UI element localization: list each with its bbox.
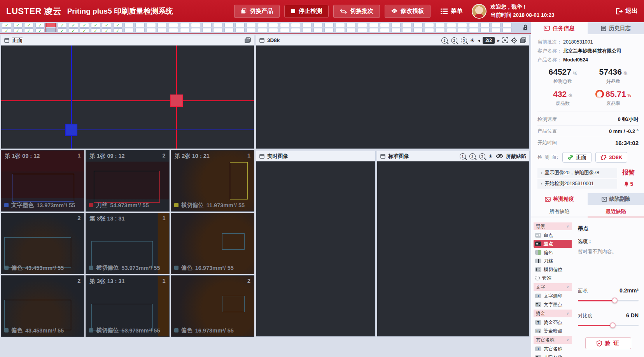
sheet-checkbox[interactable] — [469, 23, 478, 27]
sheet-checkbox[interactable]: ✓ — [102, 23, 111, 28]
sheet-checkbox[interactable] — [413, 28, 423, 32]
defect-item[interactable]: 偏色 — [534, 248, 572, 256]
filmstrip-cell[interactable] — [302, 23, 312, 32]
filmstrip-cell[interactable] — [247, 23, 256, 32]
sheet-checkbox[interactable]: ✓ — [113, 23, 122, 28]
sheet-checkbox[interactable] — [169, 23, 178, 27]
tab-all-defects[interactable]: 所有缺陷 — [531, 206, 588, 217]
sheet-checkbox[interactable] — [247, 28, 256, 32]
sheet-checkbox[interactable] — [346, 28, 356, 32]
defect-thumbnail[interactable]: 2偏色43.453mm²/ 55 — [1, 213, 84, 274]
edit-template-button[interactable]: 修改模板 — [385, 5, 430, 18]
menu-button[interactable]: 菜单 — [441, 7, 462, 15]
defect-group-header[interactable]: 其它名称∨ — [534, 336, 572, 344]
sheet-checkbox[interactable]: ✓ — [58, 28, 67, 32]
sheet-checkbox[interactable] — [313, 23, 323, 27]
user-avatar[interactable] — [472, 4, 486, 19]
filmstrip-cell[interactable] — [458, 23, 467, 32]
sheet-checkbox[interactable] — [336, 28, 345, 32]
sheet-checkbox[interactable] — [158, 28, 167, 32]
sheet-checkbox[interactable] — [302, 23, 312, 27]
sheet-checkbox[interactable] — [436, 28, 445, 32]
defect-item[interactable]: 其它名称 — [534, 354, 572, 357]
verify-button[interactable]: 验 证 — [585, 337, 631, 349]
face-3d8k-button[interactable]: 3D8K — [595, 152, 628, 163]
front-inspection-image[interactable] — [1, 46, 254, 149]
filmstrip-cell[interactable] — [369, 23, 378, 32]
filmstrip-cell[interactable] — [169, 23, 178, 32]
brightness-icon[interactable]: ☀ — [488, 153, 493, 160]
live-image-area[interactable] — [256, 161, 375, 336]
sheet-checkbox[interactable] — [202, 23, 212, 27]
defect-item[interactable]: 模切偏位 — [534, 266, 572, 273]
sheet-checkbox[interactable] — [391, 28, 401, 32]
sheet-checkbox[interactable] — [402, 23, 411, 27]
defect-thumbnail[interactable]: 第 2张 10 : 211横切偏位11.973mm²/ 55 — [171, 150, 254, 212]
sheet-checkbox[interactable]: ✓ — [35, 28, 45, 32]
sheet-checkbox[interactable] — [202, 28, 212, 32]
layers-icon[interactable] — [520, 37, 526, 43]
sheet-checkbox[interactable] — [180, 23, 189, 27]
defect-thumbnail[interactable]: 2偏色43.453mm²/ 55 — [1, 275, 84, 337]
sheet-checkbox[interactable] — [380, 23, 389, 27]
filmstrip-cell[interactable] — [280, 23, 289, 32]
defect-thumbnail[interactable]: 第 1张 09 : 121文字墨色13.973mm²/ 55 — [1, 150, 84, 212]
filmstrip-cell[interactable] — [502, 23, 512, 32]
sheet-checkbox[interactable] — [46, 28, 56, 32]
sheet-checkbox[interactable] — [147, 28, 156, 32]
filmstrip-cell[interactable] — [324, 23, 334, 32]
stop-detection-button[interactable]: 停止检测 — [284, 5, 329, 18]
defect-thumbnail[interactable]: 2偏色16.973mm²/ 55 — [171, 275, 254, 337]
sheet-checkbox[interactable] — [213, 23, 222, 27]
sheet-checkbox[interactable] — [358, 23, 367, 27]
filmstrip-cell[interactable] — [358, 23, 367, 32]
sheet-checkbox[interactable] — [158, 23, 167, 27]
contrast-slider-thumb[interactable] — [610, 322, 616, 328]
sheet-checkbox[interactable] — [425, 23, 434, 27]
sheet-checkbox[interactable] — [391, 23, 401, 27]
sheet-checkbox[interactable] — [502, 28, 512, 32]
tab-recent-defects[interactable]: 最近缺陷 — [588, 206, 644, 217]
filmstrip-cell[interactable]: ✓✓ — [2, 23, 11, 32]
switch-product-button[interactable]: 切换产品 — [234, 5, 280, 18]
sheet-checkbox[interactable] — [447, 23, 456, 27]
sheet-checkbox[interactable]: ✓ — [69, 28, 78, 32]
sheet-checkbox[interactable]: ✓ — [2, 23, 11, 28]
filmstrip-cell[interactable] — [224, 23, 234, 32]
sheet-checkbox[interactable] — [258, 28, 267, 32]
sheet-checkbox[interactable] — [302, 28, 312, 32]
switch-batch-button[interactable]: 切换批次 — [333, 5, 380, 18]
sheet-checkbox[interactable] — [280, 23, 289, 27]
sheet-checkbox[interactable] — [491, 23, 500, 27]
sheet-checkbox[interactable] — [180, 28, 189, 32]
fullscreen-icon[interactable] — [502, 37, 508, 43]
sheet-checkbox[interactable] — [235, 23, 245, 27]
sheet-checkbox[interactable] — [124, 23, 134, 27]
filmstrip-cell[interactable] — [213, 23, 222, 32]
filmstrip-cell[interactable] — [391, 23, 401, 32]
sheet-checkbox[interactable]: ✓ — [58, 23, 67, 28]
sheet-checkbox[interactable] — [469, 28, 478, 32]
sheet-checkbox[interactable] — [458, 28, 467, 32]
sheet-checkbox[interactable] — [191, 28, 200, 32]
lock-icon[interactable] — [523, 24, 528, 31]
filmstrip-cell[interactable] — [124, 23, 134, 32]
defect-group-header[interactable]: 文字∨ — [534, 283, 572, 291]
filmstrip-cell[interactable] — [413, 23, 423, 32]
filmstrip-cell[interactable] — [469, 23, 478, 32]
sheet-checkbox[interactable] — [269, 28, 278, 32]
filmstrip-cell[interactable] — [402, 23, 411, 32]
standard-image-area[interactable] — [377, 161, 529, 336]
filmstrip-cell[interactable] — [336, 23, 345, 32]
sheet-checkbox[interactable] — [135, 28, 145, 32]
zoom-level-2-icon[interactable]: 2 — [469, 153, 476, 159]
tab-detect-precision[interactable]: 检测精度 — [531, 193, 588, 205]
mask-defect-toggle[interactable]: 屏蔽缺陷 — [506, 153, 526, 160]
sheet-checkbox[interactable] — [291, 28, 300, 32]
filmstrip-cell[interactable]: ✓✓ — [91, 23, 100, 32]
area-slider[interactable] — [578, 300, 639, 301]
filmstrip-cell[interactable] — [291, 23, 300, 32]
defect-item[interactable]: 文字漏印 — [534, 292, 572, 300]
sheet-checkbox[interactable] — [369, 23, 378, 27]
filmstrip-cell[interactable] — [235, 23, 245, 32]
